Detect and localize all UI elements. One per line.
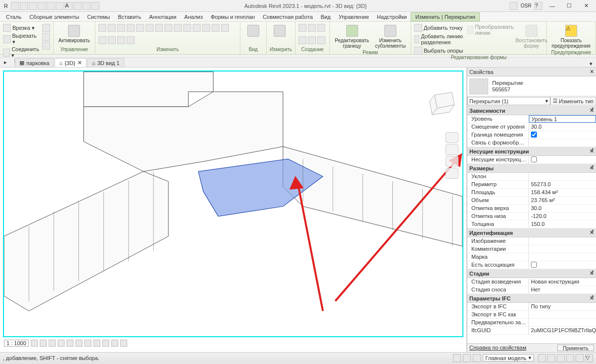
properties-close-icon[interactable]: ✕ [590,69,594,75]
close-button[interactable]: ✕ [579,1,593,10]
prop-value[interactable]: 150.0 [529,220,596,228]
add-point-button[interactable]: Добавить точку [414,24,465,32]
select-underlay-icon[interactable] [547,354,555,362]
prop-row[interactable]: Толщина150.0 [467,220,596,228]
split-icon[interactable] [164,24,172,32]
workset-icon[interactable] [453,354,461,362]
prop-section-header[interactable]: Стадии×̂ [467,269,596,278]
prop-row[interactable]: Связь с формообразующим... [467,139,596,147]
view-scale[interactable]: 1 : 1000 [4,340,29,347]
tab-addins[interactable]: Надстройки [373,13,411,21]
prop-section-header[interactable]: Размеры×̂ [467,164,596,173]
align-icon[interactable] [98,24,106,32]
prop-checkbox[interactable] [531,262,537,268]
temp-hide-icon[interactable] [102,340,109,347]
geom-tool2-icon[interactable] [42,33,50,41]
prop-row[interactable]: Марка [467,253,596,261]
pick-supports-button[interactable]: Выбрать опоры [414,47,465,55]
minimize-button[interactable]: — [545,1,559,10]
tab-precast[interactable]: Сборные элементы [25,13,83,21]
instance-filter-combo[interactable]: Перекрытия (1)▾ [467,97,550,105]
add-split-button[interactable]: Добавить линию разделения [414,33,465,45]
edit-boundary-button[interactable]: Редактировать границу [333,24,371,50]
print-icon[interactable] [47,2,55,10]
view-cube[interactable] [425,87,459,122]
tab-view[interactable]: Вид [317,13,335,21]
prop-row[interactable]: Есть ассоциация [467,261,596,269]
pan-icon[interactable] [446,144,458,155]
scale-icon[interactable] [183,24,191,32]
undo-icon[interactable] [29,2,37,10]
create1-icon[interactable] [298,24,306,32]
move-icon[interactable] [127,24,135,32]
create2-icon[interactable] [308,24,316,32]
prop-section-header[interactable]: Параметры IFC×̂ [467,294,596,303]
edit-type-button[interactable]: ☰Изменить тип [550,97,596,105]
crop-view-icon[interactable] [75,340,82,347]
text-icon[interactable]: A [65,2,73,10]
lock-3d-icon[interactable] [93,340,100,347]
delete-icon[interactable] [202,24,210,32]
tab-steel[interactable]: Сталь [2,13,25,21]
view-tab-3d[interactable]: ⌂{3D}✕ [55,58,86,67]
zoom-icon[interactable] [446,156,458,167]
mod14-icon[interactable] [221,24,229,32]
close-tab-icon[interactable]: ✕ [77,61,82,66]
thin-lines-icon[interactable] [74,2,81,10]
prop-value[interactable] [529,156,596,163]
array-icon[interactable] [174,24,182,32]
prop-row[interactable]: УровеньУровень 1 [467,115,596,123]
prop-row[interactable]: Экспорт в IFCПо типу [467,303,596,311]
tab-collab[interactable]: Совместная работа [259,13,317,21]
cope-button[interactable]: Врезка ▾ [3,24,40,32]
redo-icon[interactable] [38,2,46,10]
orbit-icon[interactable] [446,168,458,179]
prop-checkbox[interactable] [531,156,537,162]
filter-icon[interactable]: ▽ [585,354,593,362]
prop-section-header[interactable]: Несущие конструкции×̂ [467,147,596,156]
tab-analyze[interactable]: Анализ [180,13,207,21]
prop-value[interactable]: Нет [529,286,596,293]
apply-button[interactable]: Применить [557,345,594,351]
shadows-icon[interactable] [58,340,65,347]
cut-button[interactable]: Вырезать ▾ [3,33,40,45]
prop-value[interactable]: 158.434 м² [529,189,596,196]
design-options-icon[interactable] [473,354,481,362]
tab-insert[interactable]: Вставить [114,13,145,21]
project-browser-toggle[interactable]: ▸ [0,57,11,67]
prop-row[interactable]: Уклон [467,173,596,181]
prop-value[interactable]: 55273.0 [529,181,596,188]
mod18-icon[interactable] [127,36,135,44]
tab-modify-floors[interactable]: Изменить | Перекрытия [411,12,480,21]
model-canvas[interactable] [4,72,462,336]
selected-floor[interactable] [198,159,323,216]
restore-form-button[interactable]: Восстановить форму [520,24,543,50]
tab-systems[interactable]: Системы [83,13,114,21]
editable-only-icon[interactable] [463,354,471,362]
prop-value[interactable]: 2uMICG1P1FCf9iBZTrIlaQ [529,327,596,334]
switch-window-icon[interactable] [91,2,99,10]
help-icon[interactable]: ? [534,2,542,10]
prop-row[interactable]: Отметка верха30.0 [467,205,596,213]
select-links-icon[interactable] [538,354,546,362]
prop-value[interactable] [529,131,596,139]
convert-lines-button[interactable]: Преобразовать линии [467,24,516,36]
create4-icon[interactable] [298,36,306,44]
create3-icon[interactable] [317,24,325,32]
maximize-button[interactable]: ☐ [562,1,576,10]
properties-help-link[interactable]: Справка по свойствам [469,345,526,351]
views-dropdown-icon[interactable]: ▾ [586,61,596,67]
prop-value[interactable]: 30.0 [529,123,596,131]
measure-icon[interactable] [56,2,64,10]
prop-value[interactable] [529,173,596,180]
prop-row[interactable]: Граница помещения [467,131,596,139]
prop-row[interactable]: Смещение от уровня30.0 [467,123,596,131]
measure-button[interactable] [270,24,290,38]
select-pinned-icon[interactable] [557,354,565,362]
steering-wheel-icon[interactable] [446,132,458,143]
rotate-icon[interactable] [146,24,153,32]
rendering-icon[interactable] [67,340,74,347]
reveal-hidden-icon[interactable] [111,340,118,347]
properties-grid[interactable]: Зависимости×̂УровеньУровень 1Смещение от… [467,106,596,343]
prop-row[interactable]: Стадия сносаНет [467,286,596,294]
